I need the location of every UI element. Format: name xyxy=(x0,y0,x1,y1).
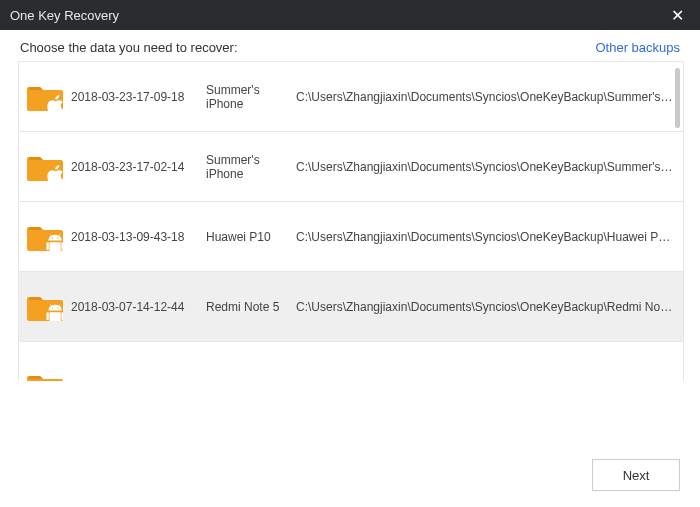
apple-folder-icon xyxy=(27,153,63,181)
backup-path: C:\Users\Zhangjiaxin\Documents\Syncios\O… xyxy=(296,230,673,244)
backup-row-partial[interactable] xyxy=(19,342,683,380)
next-button[interactable]: Next xyxy=(592,459,680,491)
backup-device: Redmi Note 5 xyxy=(206,300,296,314)
scrollbar-thumb[interactable] xyxy=(675,68,680,128)
backup-device: Summer's iPhone xyxy=(206,83,296,111)
backup-date: 2018-03-23-17-02-14 xyxy=(71,160,206,174)
backup-date: 2018-03-07-14-12-44 xyxy=(71,300,206,314)
apple-folder-icon xyxy=(27,83,63,111)
close-icon[interactable]: ✕ xyxy=(665,4,690,27)
android-folder-icon xyxy=(27,293,63,321)
backup-device: Huawei P10 xyxy=(206,230,296,244)
backup-path: C:\Users\Zhangjiaxin\Documents\Syncios\O… xyxy=(296,300,673,314)
titlebar: One Key Recovery ✕ xyxy=(0,0,700,30)
backup-device: Summer's iPhone xyxy=(206,153,296,181)
backup-list: 2018-03-23-17-09-18Summer's iPhoneC:\Use… xyxy=(18,61,684,381)
backup-list-container: 2018-03-23-17-09-18Summer's iPhoneC:\Use… xyxy=(0,61,700,447)
backup-path: C:\Users\Zhangjiaxin\Documents\Syncios\O… xyxy=(296,160,673,174)
backup-row[interactable]: 2018-03-13-09-43-18Huawei P10C:\Users\Zh… xyxy=(19,202,683,272)
subheader: Choose the data you need to recover: Oth… xyxy=(0,30,700,61)
footer: Next xyxy=(0,447,700,507)
choose-prompt: Choose the data you need to recover: xyxy=(20,40,238,55)
backup-row[interactable]: 2018-03-07-14-12-44Redmi Note 5C:\Users\… xyxy=(19,272,683,342)
backup-path: C:\Users\Zhangjiaxin\Documents\Syncios\O… xyxy=(296,90,673,104)
backup-row[interactable]: 2018-03-23-17-02-14Summer's iPhoneC:\Use… xyxy=(19,132,683,202)
backup-date: 2018-03-23-17-09-18 xyxy=(71,90,206,104)
other-backups-link[interactable]: Other backups xyxy=(595,40,680,55)
backup-date: 2018-03-13-09-43-18 xyxy=(71,230,206,244)
recovery-window: One Key Recovery ✕ Choose the data you n… xyxy=(0,0,700,507)
android-folder-icon xyxy=(27,372,63,381)
window-title: One Key Recovery xyxy=(10,8,119,23)
android-folder-icon xyxy=(27,223,63,251)
backup-row[interactable]: 2018-03-23-17-09-18Summer's iPhoneC:\Use… xyxy=(19,62,683,132)
